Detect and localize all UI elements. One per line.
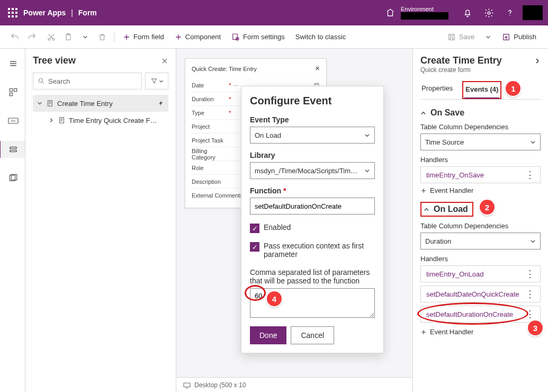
flash-icon: [158, 100, 164, 107]
event-type-value: On Load: [255, 131, 281, 139]
tree-view-panel: Tree view Search Create Time Entry Time …: [25, 49, 176, 392]
add-handler-onsave-label: Event Handler: [430, 186, 473, 194]
onsave-dep-value: Time Source: [425, 138, 464, 146]
svg-point-10: [509, 15, 510, 16]
pass-context-checkbox-row[interactable]: ✓ Pass execution context as first parame…: [250, 242, 375, 259]
enabled-checkbox-row[interactable]: ✓ Enabled: [250, 223, 375, 233]
chevron-up-icon: [424, 207, 429, 212]
svg-point-26: [39, 78, 42, 82]
handler-onload-0[interactable]: timeEntry_OnLoad ⋮: [420, 265, 541, 282]
cancel-button[interactable]: Cancel: [291, 326, 334, 344]
svg-rect-7: [12, 15, 14, 17]
environment-caption: Environment: [401, 6, 434, 12]
checkbox-checked-icon: ✓: [250, 242, 259, 252]
add-handler-onload-label: Event Handler: [430, 328, 473, 336]
switch-to-classic-label: Switch to classic: [295, 33, 346, 41]
app-launcher-icon[interactable]: [2, 8, 23, 17]
handler-onload-2[interactable]: setDefaultDurationOnCreate ⋮: [420, 306, 541, 323]
onsave-dep-select[interactable]: Time Source: [420, 133, 541, 150]
rail-hamburger-icon[interactable]: [4, 55, 21, 72]
field-project-label: Project: [192, 123, 229, 130]
paste-dropdown-icon[interactable]: [78, 30, 93, 44]
done-label: Done: [259, 331, 277, 340]
section-onsave-header[interactable]: On Save: [420, 108, 541, 118]
svg-rect-19: [10, 88, 12, 91]
annotation-badge-1: 1: [506, 81, 520, 96]
tree-item-child[interactable]: Time Entry Quick Create F…: [33, 112, 168, 129]
chevron-right-icon[interactable]: [534, 58, 541, 64]
library-select[interactable]: msdyn_/Time/Moca/Scripts/Tim…: [250, 162, 375, 179]
filter-button[interactable]: [145, 73, 168, 90]
add-handler-onload[interactable]: Event Handler: [420, 328, 541, 336]
form-icon: [58, 117, 66, 124]
avatar[interactable]: [523, 5, 543, 20]
tree-view-title: Tree view: [33, 55, 168, 66]
delete-button[interactable]: [95, 30, 110, 44]
save-button[interactable]: Save: [443, 31, 479, 43]
redo-button[interactable]: [24, 30, 39, 44]
svg-rect-3: [8, 12, 10, 14]
enabled-label: Enabled: [264, 223, 375, 231]
onload-dep-select[interactable]: Duration: [420, 233, 541, 250]
handler-onload-2-label: setDefaultDurationOnCreate: [426, 310, 513, 318]
search-icon: [38, 77, 45, 85]
library-value: msdyn_/Time/Moca/Scripts/Tim…: [255, 167, 357, 175]
svg-rect-1: [12, 8, 14, 10]
svg-rect-21: [10, 93, 12, 96]
chevron-down-icon: [36, 101, 43, 106]
handler-onsave-0[interactable]: timeEntry_OnSave ⋮: [420, 166, 541, 183]
field-billing-category-label: Billing Category: [192, 148, 229, 161]
app-name: Power Apps: [23, 8, 66, 17]
add-handler-onsave[interactable]: Event Handler: [420, 186, 541, 194]
section-onload-header[interactable]: On Load: [424, 204, 468, 214]
field-date-label: Date: [192, 82, 229, 88]
component-button[interactable]: Component: [170, 31, 225, 43]
handler-onsave-0-label: timeEntry_OnSave: [426, 171, 484, 179]
chevron-up-icon: [420, 110, 426, 116]
svg-rect-27: [48, 101, 52, 106]
svg-rect-28: [59, 118, 64, 123]
form-icon: [47, 100, 54, 107]
settings-gear-icon[interactable]: [478, 0, 499, 25]
save-label: Save: [459, 33, 475, 41]
rail-library-icon[interactable]: [4, 170, 21, 186]
function-input[interactable]: [250, 198, 375, 215]
svg-rect-5: [15, 12, 17, 14]
paste-button[interactable]: [61, 30, 76, 44]
close-icon[interactable]: ✕: [315, 65, 320, 72]
environment-label[interactable]: Environment: [401, 6, 457, 20]
handler-onload-1[interactable]: setDefaultDateOnQuickCreate ⋮: [420, 286, 541, 302]
rpanel-tabs: Properties Events (4) 1: [420, 81, 541, 100]
undo-button[interactable]: [7, 30, 22, 44]
handler-onload-0-label: timeEntry_OnLoad: [426, 270, 483, 278]
form-settings-button[interactable]: Form settings: [227, 31, 289, 43]
library-label: Library: [250, 151, 375, 159]
tab-properties[interactable]: Properties: [420, 81, 454, 99]
onload-dep-label: Table Column Dependencies: [420, 222, 541, 230]
onload-dep-value: Duration: [425, 237, 451, 245]
onload-title: On Load: [434, 204, 468, 214]
publish-button[interactable]: Publish: [498, 31, 541, 43]
field-role-label: Role: [192, 165, 229, 171]
save-dropdown-icon[interactable]: [481, 30, 496, 44]
search-input[interactable]: Search: [33, 73, 142, 90]
tree-item-form-root[interactable]: Create Time Entry: [33, 95, 168, 112]
annotation-badge-4: 4: [267, 291, 282, 306]
rail-abc-icon[interactable]: Abc: [4, 112, 21, 129]
done-button[interactable]: Done: [250, 326, 286, 344]
annotation-badge-3: 3: [528, 320, 543, 335]
help-icon[interactable]: [499, 0, 520, 25]
annotation-onload-highlight: On Load: [420, 202, 473, 217]
notifications-icon[interactable]: [457, 0, 478, 25]
tab-events[interactable]: Events (4): [464, 82, 499, 99]
cut-button[interactable]: [44, 30, 59, 44]
event-type-select[interactable]: On Load: [250, 127, 375, 144]
chevron-right-icon: [48, 118, 55, 123]
rail-tree-icon[interactable]: [0, 141, 25, 158]
form-field-button[interactable]: Form field: [119, 31, 168, 43]
environment-picker-icon[interactable]: [380, 0, 401, 25]
status-device-text: Desktop (500 x 10: [194, 381, 246, 389]
switch-to-classic-button[interactable]: Switch to classic: [291, 31, 350, 43]
rail-components-icon[interactable]: [4, 84, 21, 101]
close-icon[interactable]: [161, 57, 168, 65]
